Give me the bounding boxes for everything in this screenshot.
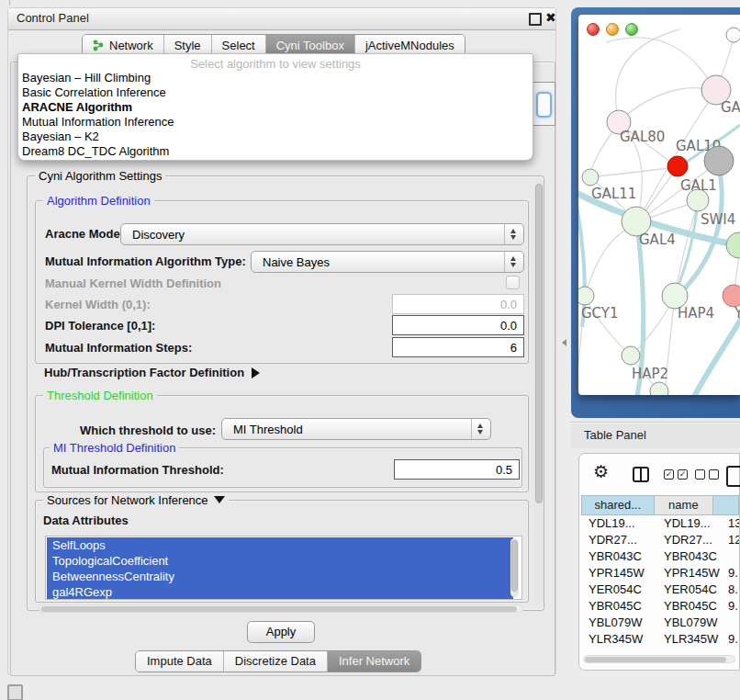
combo-spinner-icon xyxy=(510,255,517,268)
attribute-item[interactable]: SelfLoops xyxy=(47,537,513,553)
mi-steps-field[interactable]: 6 xyxy=(392,337,524,357)
network-node-hap2[interactable] xyxy=(622,346,640,365)
threshold-definition-group: Threshold Definition Which threshold to … xyxy=(35,395,529,492)
kernel-width-field[interactable]: 0.0 xyxy=(392,294,524,314)
focused-spinner-button[interactable] xyxy=(536,92,552,118)
deselect-all-columns-icon[interactable] xyxy=(695,469,719,480)
float-window-icon[interactable] xyxy=(529,13,542,26)
table-row[interactable]: YLR345WYLR345W9. xyxy=(581,631,739,648)
unchecked-checkbox-icon xyxy=(695,469,705,480)
checked-checkbox-icon: ✓ xyxy=(664,469,674,480)
dropdown-option[interactable]: Dream8 DC_TDC Algorithm xyxy=(22,144,169,159)
dropdown-option[interactable]: Bayesian – Hill Climbing xyxy=(22,71,151,85)
column-header-clipped[interactable] xyxy=(713,495,739,515)
tab-network[interactable]: Network xyxy=(83,35,163,55)
which-threshold-combo[interactable]: MI Threshold xyxy=(221,418,491,440)
dropdown-placeholder: Select algorithm to view settings xyxy=(18,57,533,71)
table-row[interactable]: YPR145WYPR145W9. xyxy=(581,565,739,581)
table-cell: YLR345W xyxy=(664,631,718,648)
table-cell: YER054C xyxy=(589,581,642,598)
mi-threshold-label: Mutual Information Threshold: xyxy=(51,463,224,477)
tab-style[interactable]: Style xyxy=(163,35,211,55)
minimized-panel-icon[interactable] xyxy=(7,684,23,700)
network-view-window[interactable]: GALGAL80GAL10GAL1GAL11GAL4SWI4GCY1HAP4YH… xyxy=(578,15,740,395)
network-svg[interactable]: GALGAL80GAL10GAL1GAL11GAL4SWI4GCY1HAP4YH… xyxy=(578,15,740,395)
table-row[interactable]: YER054CYER054C8. xyxy=(581,581,739,598)
columns-icon[interactable] xyxy=(633,467,649,482)
attribute-item[interactable]: gal4RGexp xyxy=(47,584,513,600)
gear-icon[interactable]: ⚙ xyxy=(593,463,609,480)
network-node[interactable] xyxy=(704,146,734,175)
tab-impute-data[interactable]: Impute Data xyxy=(136,651,223,672)
settings-hscrollbar-thumb[interactable] xyxy=(41,606,517,612)
aracne-mode-combo[interactable]: Discovery xyxy=(120,223,524,245)
group-title: MI Threshold Definition xyxy=(50,441,179,455)
node-label: Y xyxy=(734,305,740,322)
dropdown-option[interactable]: Bayesian – K2 xyxy=(22,130,99,144)
table-hscrollbar-thumb[interactable] xyxy=(585,657,726,662)
apply-button[interactable]: Apply xyxy=(247,621,315,643)
clipped-ui-line xyxy=(9,0,10,6)
split-pane-collapse-handle[interactable] xyxy=(562,339,566,346)
manual-kernel-label: Manual Kernel Width Definition xyxy=(45,277,221,290)
dpi-tolerance-field[interactable]: 0.0 xyxy=(392,315,524,335)
dropdown-option[interactable]: Mutual Information Inference xyxy=(22,115,174,130)
data-attributes-list[interactable]: SelfLoops TopologicalCoefficient Between… xyxy=(45,536,522,600)
toolbox-bottom-tabs: Impute Data Discretize Data Infer Networ… xyxy=(135,650,421,672)
tab-jactivemnodules[interactable]: jActiveMNodules xyxy=(354,35,465,55)
table-cell: YBR043C xyxy=(589,548,642,565)
mi-threshold-field[interactable]: 0.5 xyxy=(394,459,520,480)
network-node-swi4[interactable] xyxy=(726,232,740,258)
table-row[interactable]: YBL079WYBL079W xyxy=(581,615,739,631)
node-label: GAL11 xyxy=(591,186,636,202)
table-cell: YIL053C xyxy=(664,648,711,649)
close-icon[interactable]: ✖ xyxy=(545,10,556,25)
attribute-item[interactable]: TopologicalCoefficient xyxy=(47,553,513,569)
table-row[interactable]: YBR043CYBR043C xyxy=(581,548,739,565)
mi-algorithm-type-combo[interactable]: Naive Bayes xyxy=(251,251,524,273)
attributes-scrollbar-thumb[interactable] xyxy=(511,540,518,592)
network-node-gcy1[interactable] xyxy=(578,287,594,305)
table-row[interactable]: YDR27...YDR27...12 xyxy=(581,532,739,548)
table-cell: YPR145W xyxy=(664,565,720,581)
network-node-y[interactable] xyxy=(723,285,740,307)
network-node[interactable] xyxy=(726,28,740,42)
tab-discretize-data[interactable]: Discretize Data xyxy=(223,651,327,672)
table-panel-titlebar: Table Panel xyxy=(571,422,740,448)
tab-infer-network[interactable]: Infer Network xyxy=(327,651,420,672)
table-cell: 13 xyxy=(728,515,739,532)
select-all-columns-icon[interactable]: ✓ ✓ xyxy=(664,469,688,480)
node-label: SWI4 xyxy=(701,211,735,228)
cyni-algorithm-settings-group: Cyni Algorithm Settings Algorithm Defini… xyxy=(27,175,544,611)
tab-select[interactable]: Select xyxy=(211,35,265,55)
combo-cap xyxy=(504,224,523,244)
column-header-shared-name[interactable]: shared... xyxy=(581,495,655,515)
table-hscrollbar-track[interactable] xyxy=(583,655,735,663)
combo-spinner-icon xyxy=(477,423,484,435)
tab-label: Select xyxy=(222,39,255,52)
tab-cyni-toolbox[interactable]: Cyni Toolbox xyxy=(265,35,354,55)
table-row[interactable]: YBR045CYBR045C9. xyxy=(581,598,739,615)
settings-scrollbar-thumb[interactable] xyxy=(535,184,543,503)
table-cell: YBR045C xyxy=(589,598,642,615)
combo-spinner-icon xyxy=(510,228,517,241)
table-cell: YDR27... xyxy=(664,532,712,548)
settings-hscrollbar-track[interactable] xyxy=(39,604,523,613)
sources-collapse-toggle[interactable]: Sources for Network Inference xyxy=(43,493,229,507)
table-row[interactable]: YIL053CYIL053C9 xyxy=(581,648,739,649)
mi-algorithm-type-label: Mutual Information Algorithm Type: xyxy=(45,254,246,268)
manual-kernel-checkbox[interactable] xyxy=(506,276,520,289)
network-node-gal10[interactable] xyxy=(667,156,688,176)
combo-cap xyxy=(504,252,523,272)
column-header-name[interactable]: name xyxy=(655,495,714,515)
attribute-item[interactable]: BetweennessCentrality xyxy=(47,569,513,584)
dropdown-option[interactable]: Basic Correlation Inference xyxy=(22,85,166,100)
table-header: shared... name xyxy=(581,495,739,515)
network-node-gal11[interactable] xyxy=(582,169,599,186)
checked-checkbox-icon: ✓ xyxy=(678,469,688,480)
table-row[interactable]: YDL19...YDL19...13 xyxy=(581,515,739,532)
network-icon xyxy=(93,40,105,51)
hub-definition-expander[interactable]: Hub/Transcription Factor Definition xyxy=(44,366,260,379)
export-table-icon[interactable] xyxy=(726,466,740,487)
dropdown-option-selected[interactable]: ARACNE Algorithm xyxy=(22,100,132,115)
